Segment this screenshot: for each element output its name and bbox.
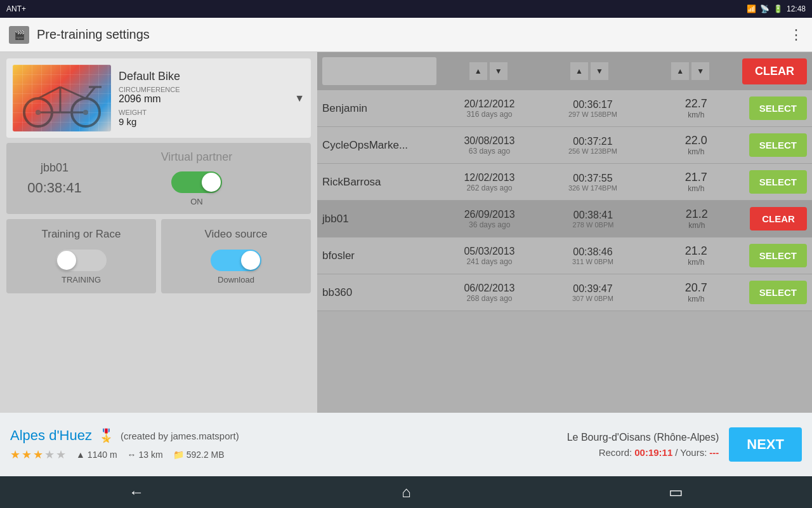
lb-date: 06/02/2013 [464,283,514,294]
right-panel: ▲ ▼ ▲ ▼ ▲ ▼ CLEAR Benjamin 20/12/2012 31… [317,52,812,413]
vp-toggle-thumb [202,173,221,192]
sort-speed-col: ▲ ▼ [641,62,740,80]
sort-time-desc[interactable]: ▼ [591,62,608,80]
lb-date: 20/12/2012 [464,98,514,110]
lb-date: 12/02/2013 [464,172,514,184]
svg-point-8 [83,110,88,115]
record-time: 00:19:11 [634,447,672,458]
sort-date-col: ▲ ▼ [439,62,537,80]
table-row: bfosler 05/03/2013 241 days ago 00:38:46… [317,237,812,274]
lb-days: 316 days ago [466,110,512,119]
vp-toggle-section: Virtual partner ON [93,150,301,206]
lb-speed-col: 20.7 km/h [646,281,747,304]
table-row: Benjamin 20/12/2012 316 days ago 00:36:1… [317,90,812,127]
route-meta-row: ★★★★★ ▲ 1140 m ↔ 13 km 📁 592.2 MB [10,448,557,462]
training-race-thumb [57,251,76,270]
table-row: RickBarrosa 12/02/2013 262 days ago 00:3… [317,164,812,201]
select-row-button[interactable]: SELECT [749,170,807,194]
vp-title: Virtual partner [161,150,233,164]
weight-label: WEIGHT [119,109,287,116]
lb-date-col: 05/03/2013 241 days ago [439,246,540,266]
recent-nav-button[interactable]: ▭ [643,478,709,506]
footer-right: Le Bourg-d'Oisans (Rhône-Alpes) Record: … [567,432,719,458]
wifi-icon: 📶 [747,4,756,13]
main-content: Default Bike CIRCUMFERENCE 2096 mm WEIGH… [0,52,812,413]
training-race-toggle[interactable] [56,250,107,271]
lb-days: 262 days ago [466,184,512,192]
weight-value: 9 kg [119,116,287,127]
select-row-button[interactable]: SELECT [749,133,807,157]
route-creator: (created by james.matsport) [121,431,239,441]
training-race-value: TRAINING [62,275,101,284]
sort-header: ▲ ▼ ▲ ▼ ▲ ▼ CLEAR [317,52,812,90]
distance-meta: ↔ 13 km [128,450,163,460]
bottom-option-cards: Training or Race TRAINING Video source D… [6,219,311,293]
bike-thumbnail [13,65,111,131]
select-row-button[interactable]: SELECT [749,281,807,304]
star-5: ★ [56,448,66,462]
sort-date-desc[interactable]: ▼ [490,62,508,80]
location-text: Le Bourg-d'Oisans (Rhône-Alpes) [567,432,719,443]
sort-speed-desc[interactable]: ▼ [691,62,709,80]
lb-date: 30/08/2013 [464,135,514,147]
bike-info: Default Bike CIRCUMFERENCE 2096 mm WEIGH… [119,70,287,127]
signal-icon: 📡 [760,4,769,13]
vp-toggle-container: ON [171,171,222,206]
lb-stats: 326 W 174BPM [568,184,617,192]
next-button[interactable]: NEXT [729,427,802,462]
lb-speed-col: 21.2 km/h [646,208,747,230]
home-nav-button[interactable]: ⌂ [376,478,436,506]
lb-date: 05/03/2013 [464,246,514,257]
lb-time: 00:39:47 [573,283,612,295]
menu-button[interactable]: ⋮ [789,27,803,43]
record-row: Record: 00:19:11 / Yours: --- [599,447,719,458]
vp-toggle-label: ON [190,197,203,206]
clear-header-button[interactable]: CLEAR [742,58,807,84]
sort-time-asc[interactable]: ▲ [570,62,588,80]
lb-stats: 256 W 123BPM [568,147,617,155]
star-2: ★ [22,448,32,462]
select-row-button[interactable]: SELECT [749,97,807,120]
bike-dropdown-arrow[interactable]: ▼ [294,93,304,104]
lb-name: Benjamin [322,102,436,115]
vp-toggle[interactable] [171,171,222,193]
lb-time: 00:37:55 [573,173,612,184]
lb-stats: 311 W 0BPM [572,258,613,265]
training-race-card: Training or Race TRAINING [6,219,156,293]
lb-speed-col: 22.7 km/h [646,97,747,119]
elevation-meta: ▲ 1140 m [76,450,117,460]
lb-unit: km/h [688,295,704,304]
lb-name: bfosler [322,250,436,262]
route-name: Alpes d'Huez [10,427,92,444]
lb-speed: 21.7 [685,171,707,184]
star-3: ★ [33,448,43,462]
elevation-value: 1140 m [88,450,117,460]
star-rating: ★★★★★ [10,448,66,462]
sort-date-asc[interactable]: ▲ [469,62,487,80]
bike-name: Default Bike [119,70,287,83]
training-race-toggle-container: TRAINING [56,250,107,284]
training-race-title: Training or Race [41,228,121,241]
video-source-toggle-container: Download [211,250,261,284]
svg-line-2 [38,87,60,98]
lb-days: 268 days ago [466,294,512,303]
yours-value: --- [709,447,719,458]
circumference-value: 2096 mm [119,93,287,105]
clear-row-button[interactable]: CLEAR [750,207,807,231]
lb-time: 00:37:21 [573,136,612,147]
select-row-button[interactable]: SELECT [749,244,807,267]
lb-days: 36 days ago [469,220,510,229]
lb-time-col: 00:38:41 278 W 0BPM [542,210,643,229]
sort-speed-asc[interactable]: ▲ [671,62,689,80]
video-source-toggle[interactable] [211,250,261,271]
status-bar: ANT+ 📶 📡 🔋 12:48 [0,0,812,18]
lb-unit: km/h [688,221,705,230]
lb-stats: 307 W 0BPM [572,295,613,302]
page-title: Pre-training settings [37,27,789,42]
video-source-thumb [241,251,260,270]
route-badge: 🎖️ [98,428,114,443]
lb-unit: km/h [688,110,704,119]
back-nav-button[interactable]: ← [103,478,169,506]
lb-time-col: 00:36:17 297 W 158BPM [542,99,643,118]
lb-days: 63 days ago [469,147,510,156]
